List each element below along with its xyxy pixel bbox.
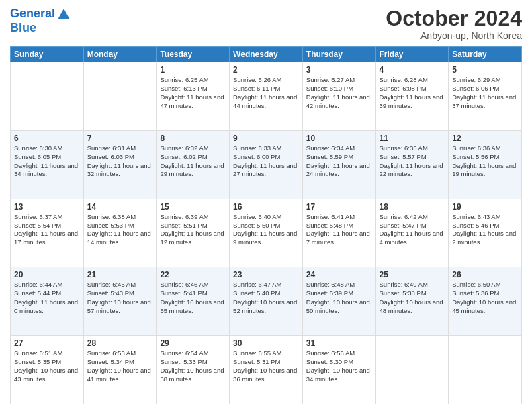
day-cell: 21Sunrise: 6:45 AM Sunset: 5:43 PM Dayli… [83,267,157,336]
day-cell: 14Sunrise: 6:38 AM Sunset: 5:53 PM Dayli… [83,199,157,267]
day-cell: 7Sunrise: 6:31 AM Sunset: 6:03 PM Daylig… [83,130,157,199]
day-info: Sunrise: 6:25 AM Sunset: 6:13 PM Dayligh… [160,76,226,110]
day-number: 25 [380,270,445,279]
svg-marker-0 [58,9,70,19]
day-info: Sunrise: 6:37 AM Sunset: 5:54 PM Dayligh… [14,213,80,247]
day-number: 6 [14,134,80,143]
day-number: 16 [233,202,299,212]
col-sunday: Sunday [11,47,84,62]
day-cell: 5Sunrise: 6:29 AM Sunset: 6:06 PM Daylig… [449,62,522,131]
day-info: Sunrise: 6:38 AM Sunset: 5:53 PM Dayligh… [87,213,153,247]
day-info: Sunrise: 6:35 AM Sunset: 5:57 PM Dayligh… [380,144,445,179]
day-info: Sunrise: 6:34 AM Sunset: 5:59 PM Dayligh… [306,144,372,179]
day-number: 18 [380,202,445,212]
title-block: October 2024 Anbyon-up, North Korea [386,7,522,41]
day-cell: 22Sunrise: 6:46 AM Sunset: 5:41 PM Dayli… [157,267,230,336]
header-row: Sunday Monday Tuesday Wednesday Thursday… [11,47,522,62]
day-info: Sunrise: 6:27 AM Sunset: 6:10 PM Dayligh… [306,76,372,110]
day-cell: 10Sunrise: 6:34 AM Sunset: 5:59 PM Dayli… [302,130,375,199]
day-info: Sunrise: 6:55 AM Sunset: 5:31 PM Dayligh… [233,349,299,383]
col-tuesday: Tuesday [157,47,230,62]
day-info: Sunrise: 6:46 AM Sunset: 5:41 PM Dayligh… [160,281,226,315]
day-number: 11 [380,134,445,143]
day-cell [449,336,522,404]
day-cell: 20Sunrise: 6:44 AM Sunset: 5:44 PM Dayli… [11,267,84,336]
day-number: 5 [452,65,518,75]
day-cell: 11Sunrise: 6:35 AM Sunset: 5:57 PM Dayli… [375,130,449,199]
day-number: 8 [160,134,226,143]
week-row-3: 20Sunrise: 6:44 AM Sunset: 5:44 PM Dayli… [11,267,522,336]
day-info: Sunrise: 6:33 AM Sunset: 6:00 PM Dayligh… [233,144,299,179]
day-number: 2 [233,65,299,75]
day-cell: 19Sunrise: 6:43 AM Sunset: 5:46 PM Dayli… [449,199,522,267]
day-number: 24 [306,270,372,279]
logo-text: General [10,7,71,21]
day-cell: 4Sunrise: 6:28 AM Sunset: 6:08 PM Daylig… [375,62,449,131]
day-info: Sunrise: 6:56 AM Sunset: 5:30 PM Dayligh… [306,349,372,383]
day-cell: 24Sunrise: 6:48 AM Sunset: 5:39 PM Dayli… [302,267,375,336]
day-cell: 12Sunrise: 6:36 AM Sunset: 5:56 PM Dayli… [449,130,522,199]
day-info: Sunrise: 6:54 AM Sunset: 5:33 PM Dayligh… [160,349,226,383]
day-number: 9 [233,134,299,143]
day-info: Sunrise: 6:26 AM Sunset: 6:11 PM Dayligh… [233,76,299,110]
day-info: Sunrise: 6:29 AM Sunset: 6:06 PM Dayligh… [452,76,518,110]
day-cell: 6Sunrise: 6:30 AM Sunset: 6:05 PM Daylig… [11,130,84,199]
calendar-subtitle: Anbyon-up, North Korea [386,30,522,41]
day-cell: 1Sunrise: 6:25 AM Sunset: 6:13 PM Daylig… [157,62,230,131]
logo-content: General Blue [10,7,71,35]
day-info: Sunrise: 6:47 AM Sunset: 5:40 PM Dayligh… [233,281,299,315]
day-info: Sunrise: 6:43 AM Sunset: 5:46 PM Dayligh… [452,213,518,247]
day-cell: 18Sunrise: 6:42 AM Sunset: 5:47 PM Dayli… [375,199,449,267]
calendar-title: October 2024 [386,7,522,30]
day-info: Sunrise: 6:53 AM Sunset: 5:34 PM Dayligh… [87,349,153,383]
day-cell: 29Sunrise: 6:54 AM Sunset: 5:33 PM Dayli… [157,336,230,404]
day-cell: 17Sunrise: 6:41 AM Sunset: 5:48 PM Dayli… [302,199,375,267]
day-number: 7 [87,134,153,143]
week-row-0: 1Sunrise: 6:25 AM Sunset: 6:13 PM Daylig… [11,62,522,131]
day-cell: 16Sunrise: 6:40 AM Sunset: 5:50 PM Dayli… [230,199,303,267]
day-info: Sunrise: 6:44 AM Sunset: 5:44 PM Dayligh… [14,281,80,315]
day-cell [11,62,84,131]
day-number: 21 [87,270,153,279]
day-cell: 25Sunrise: 6:49 AM Sunset: 5:38 PM Dayli… [375,267,449,336]
day-info: Sunrise: 6:39 AM Sunset: 5:51 PM Dayligh… [160,213,226,247]
day-info: Sunrise: 6:51 AM Sunset: 5:35 PM Dayligh… [14,349,80,383]
day-cell [375,336,449,404]
day-number: 14 [87,202,153,212]
logo-blue: Blue [10,21,71,35]
day-number: 29 [160,338,226,348]
logo-icon [56,7,71,21]
day-number: 22 [160,270,226,279]
logo: General Blue [10,7,71,35]
page: General Blue October 2024 Anbyon-up, Nor… [0,0,532,411]
day-number: 30 [233,338,299,348]
day-info: Sunrise: 6:45 AM Sunset: 5:43 PM Dayligh… [87,281,153,315]
day-number: 17 [306,202,372,212]
day-cell: 26Sunrise: 6:50 AM Sunset: 5:36 PM Dayli… [449,267,522,336]
day-number: 1 [160,65,226,75]
col-monday: Monday [83,47,157,62]
col-friday: Friday [375,47,449,62]
week-row-1: 6Sunrise: 6:30 AM Sunset: 6:05 PM Daylig… [11,130,522,199]
day-info: Sunrise: 6:50 AM Sunset: 5:36 PM Dayligh… [452,281,518,315]
col-thursday: Thursday [302,47,375,62]
header: General Blue October 2024 Anbyon-up, Nor… [10,7,522,41]
day-info: Sunrise: 6:32 AM Sunset: 6:02 PM Dayligh… [160,144,226,179]
day-number: 31 [306,338,372,348]
day-number: 26 [452,270,518,279]
day-cell: 13Sunrise: 6:37 AM Sunset: 5:54 PM Dayli… [11,199,84,267]
col-saturday: Saturday [449,47,522,62]
day-cell: 27Sunrise: 6:51 AM Sunset: 5:35 PM Dayli… [11,336,84,404]
day-number: 3 [306,65,372,75]
day-number: 15 [160,202,226,212]
day-cell: 8Sunrise: 6:32 AM Sunset: 6:02 PM Daylig… [157,130,230,199]
week-row-2: 13Sunrise: 6:37 AM Sunset: 5:54 PM Dayli… [11,199,522,267]
day-cell: 31Sunrise: 6:56 AM Sunset: 5:30 PM Dayli… [302,336,375,404]
day-number: 10 [306,134,372,143]
logo-general: General [10,7,55,20]
day-info: Sunrise: 6:42 AM Sunset: 5:47 PM Dayligh… [380,213,445,247]
day-cell [83,62,157,131]
day-number: 20 [14,270,80,279]
day-number: 12 [452,134,518,143]
day-cell: 30Sunrise: 6:55 AM Sunset: 5:31 PM Dayli… [230,336,303,404]
